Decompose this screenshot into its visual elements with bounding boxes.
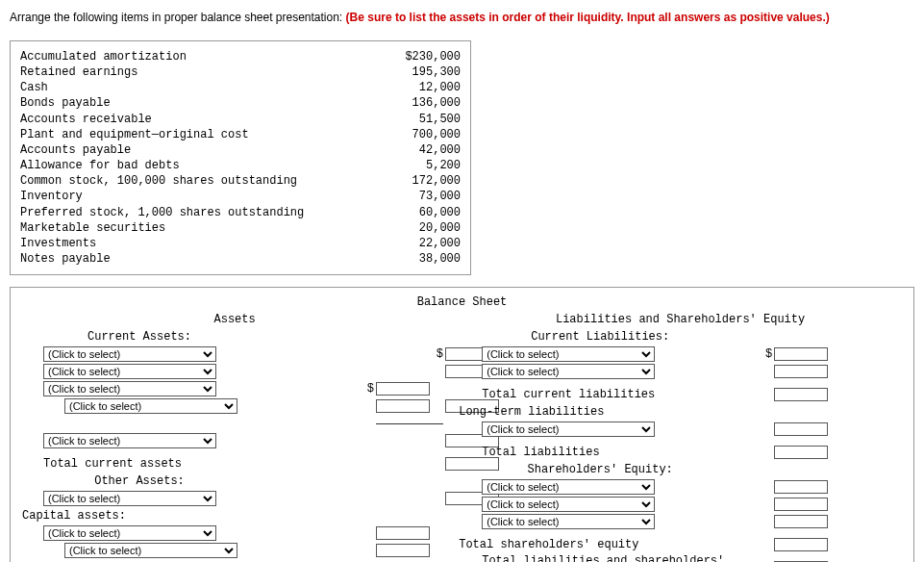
total-liab-amount[interactable] [774, 446, 828, 459]
item-label: Plant and equipment—original cost [20, 127, 337, 142]
given-items-box: Accumulated amortization$230,000 Retaine… [10, 40, 471, 276]
capital-asset-sub-1[interactable] [376, 526, 430, 540]
assets-column: Assets Current Assets: (Click to select)… [16, 313, 453, 562]
instruction-prefix: Arrange the following items in proper ba… [10, 11, 346, 24]
equity-amount-1[interactable] [774, 480, 828, 494]
liab-amount-1[interactable] [774, 347, 828, 361]
total-current-assets-label: Total current assets [16, 457, 257, 471]
equity-select-2[interactable]: (Click to select) [482, 497, 655, 512]
total-liab-label: Total liabilities [453, 446, 741, 459]
total-current-liab-label: Total current liabilities [453, 388, 741, 401]
long-term-liab-heading: Long-term liabilities [453, 405, 741, 419]
item-value: 73,000 [384, 189, 461, 204]
item-value: 136,000 [384, 95, 461, 111]
item-value: 12,000 [384, 80, 461, 95]
asset-select-5[interactable]: (Click to select) [43, 433, 216, 448]
sheet-title: Balance Sheet [16, 295, 908, 309]
item-value: 22,000 [384, 236, 461, 251]
asset-select-3[interactable]: (Click to select) [43, 381, 216, 396]
asset-select-1[interactable]: (Click to select) [43, 346, 216, 362]
item-value: 700,000 [384, 127, 461, 142]
asset-select-4[interactable]: (Click to select) [64, 398, 237, 414]
item-label: Accumulated amortization [20, 49, 337, 64]
equity-select-3[interactable]: (Click to select) [482, 514, 655, 529]
lt-liab-amount-1[interactable] [774, 422, 828, 436]
capital-asset-select-2[interactable]: (Click to select) [64, 543, 237, 558]
liab-amount-2[interactable] [774, 365, 828, 378]
item-label: Investments [20, 236, 337, 251]
item-label: Accounts receivable [20, 112, 337, 127]
asset-select-2[interactable]: (Click to select) [43, 364, 216, 379]
other-assets-heading: Other Assets: [16, 474, 257, 488]
item-label: Notes payable [20, 251, 337, 267]
item-value: 20,000 [384, 220, 461, 236]
equity-select-1[interactable]: (Click to select) [482, 479, 655, 495]
item-value: 60,000 [384, 205, 461, 220]
capital-asset-sub-2[interactable] [376, 544, 430, 557]
item-label: Accounts payable [20, 142, 337, 158]
capital-assets-heading: Capital assets: [16, 509, 257, 523]
asset-sub-amount-4[interactable] [376, 399, 430, 413]
underline [376, 423, 443, 424]
total-sh-equity-label: Total shareholders' equity [453, 538, 741, 551]
item-label: Marketable securities [20, 220, 337, 236]
item-value: 172,000 [384, 173, 461, 189]
current-assets-heading: Current Assets: [16, 330, 257, 344]
shareholders-equity-heading: Shareholders' Equity: [453, 463, 741, 476]
item-label: Common stock, 100,000 shares outstanding [20, 173, 337, 189]
equity-amount-3[interactable] [774, 515, 828, 528]
item-label: Allowance for bad debts [20, 158, 337, 173]
liab-select-2[interactable]: (Click to select) [482, 364, 655, 379]
instruction-text: Arrange the following items in proper ba… [10, 10, 914, 26]
balance-sheet-box: Balance Sheet Assets Current Assets: (Cl… [10, 287, 914, 562]
liab-select-1[interactable]: (Click to select) [482, 346, 655, 362]
item-label: Retained earnings [20, 64, 337, 80]
lt-liab-select-1[interactable]: (Click to select) [482, 422, 655, 437]
item-value: 38,000 [384, 251, 461, 267]
item-value: 51,500 [384, 112, 461, 127]
current-liabilities-heading: Current Liabilities: [453, 330, 741, 344]
total-current-liab-amount[interactable] [774, 388, 828, 401]
liabilities-column: Liabilities and Shareholders' Equity Cur… [453, 313, 908, 562]
instruction-red: (Be sure to list the assets in order of … [346, 11, 830, 24]
asset-sub-amount-3[interactable] [376, 382, 430, 396]
dollar-sign: $ [432, 347, 445, 361]
capital-asset-select-1[interactable]: (Click to select) [43, 525, 216, 541]
item-label: Inventory [20, 189, 337, 204]
assets-header: Assets [16, 313, 453, 326]
other-asset-select-1[interactable]: (Click to select) [43, 491, 216, 506]
dollar-sign: $ [362, 382, 376, 396]
liab-header: Liabilities and Shareholders' Equity [453, 313, 908, 326]
item-label: Cash [20, 80, 337, 95]
item-value: 5,200 [384, 158, 461, 173]
item-value: 42,000 [384, 142, 461, 158]
item-label: Bonds payable [20, 95, 337, 111]
item-value: $230,000 [384, 49, 461, 64]
total-sh-equity-amount[interactable] [774, 538, 828, 551]
dollar-sign: $ [761, 347, 774, 361]
equity-amount-2[interactable] [774, 498, 828, 511]
item-label: Preferred stock, 1,000 shares outstandin… [20, 205, 337, 220]
total-liab-sh-label: Total liabilities and shareholders' equi… [453, 554, 741, 562]
item-value: 195,300 [384, 64, 461, 80]
